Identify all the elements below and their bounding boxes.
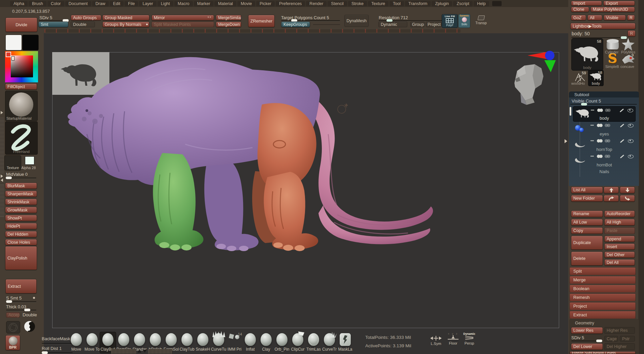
brush-scroll-grip-left[interactable] [111, 349, 136, 354]
extract-button[interactable]: Extract [5, 279, 37, 293]
subtool-down-button[interactable] [620, 187, 635, 193]
sdiv-slider[interactable] [39, 20, 69, 21]
paint-icon[interactable] [620, 139, 624, 143]
active-tool-thumbnail[interactable]: 58 body [571, 38, 603, 71]
color-picker[interactable] [5, 51, 38, 82]
mask-button[interactable]: ShowPt [5, 215, 37, 221]
visible-count-slider[interactable] [570, 104, 637, 105]
all-high-button[interactable]: All High [604, 219, 635, 226]
auto-groups-button[interactable]: Auto Groups [71, 15, 101, 21]
polypaint-toggle[interactable] [598, 155, 610, 158]
menu-item[interactable]: Transform [405, 1, 431, 6]
del-other-button[interactable]: Del Other [604, 251, 635, 258]
copy-button[interactable]: Copy [571, 227, 603, 234]
mask-button[interactable]: Del Hidden [5, 231, 37, 237]
subtool-row[interactable]: hornTop [573, 137, 636, 153]
goz-button[interactable]: GoZ [571, 15, 586, 21]
transp-button[interactable]: Transp [473, 14, 489, 27]
menu-item[interactable]: Texture [368, 1, 388, 6]
all-button[interactable]: All [587, 15, 602, 21]
clay-polish-button[interactable]: ClayPolish [5, 246, 37, 270]
brush[interactable]: CurveTu [211, 332, 227, 353]
material-ball-icon[interactable] [24, 321, 35, 332]
visibility-eye-icon[interactable] [628, 155, 634, 158]
solo-button[interactable]: Dynamic Solo [458, 14, 470, 28]
paste-button[interactable]: Paste [604, 227, 635, 234]
keep-groups-button[interactable]: KeepGroups [281, 22, 310, 27]
brush[interactable]: SnakeH [195, 332, 211, 353]
list-all-button[interactable]: List All [571, 187, 603, 193]
pstr-button[interactable]: Pstr [620, 336, 635, 342]
collapsed-tray[interactable] [44, 29, 461, 33]
menu-item[interactable]: Document [65, 1, 91, 6]
alpha-thumbnail[interactable] [25, 156, 34, 165]
menu-item[interactable]: Layer [139, 1, 156, 6]
brush-scroll-up-arrow[interactable] [137, 350, 141, 353]
merge-down-button[interactable]: MergeDown [216, 22, 241, 27]
left-divider-grip2[interactable] [0, 183, 4, 217]
polypaint-toggle[interactable] [598, 139, 610, 143]
lower-res-button[interactable]: Lower Res [571, 327, 603, 334]
subtool-row[interactable]: hornBot [573, 153, 636, 168]
persp-button[interactable]: Dynamic Persp [463, 332, 476, 351]
del-lower-button[interactable]: Del Lower [571, 343, 603, 350]
resolution-slider[interactable] [379, 20, 443, 21]
del-all-button[interactable]: Del All [604, 259, 635, 266]
export-button[interactable]: Export [603, 1, 635, 6]
menu-item[interactable]: Render [306, 1, 327, 6]
fill-object-button[interactable]: FillObject [5, 83, 37, 90]
menu-item[interactable]: Stroke [348, 1, 367, 6]
brush[interactable]: ClipCur [290, 332, 306, 353]
paint-icon[interactable] [620, 155, 624, 158]
recent-tool-body[interactable]: 58 body [588, 70, 604, 86]
cage-button[interactable]: Cage [604, 336, 618, 342]
import-button[interactable]: Import [571, 1, 602, 6]
brush-scroll-grip-right[interactable] [148, 349, 172, 354]
menu-item[interactable]: Marker [194, 1, 214, 6]
stroke-mode-icon[interactable] [6, 321, 20, 333]
polyframe-button[interactable]: Line Fill PolyF [442, 14, 458, 28]
higher-res-button[interactable]: Higher Res [604, 327, 635, 334]
make-polymesh3d-button[interactable]: Make PolyMesh3D [590, 7, 635, 12]
tool-cylinder-icon[interactable] [607, 39, 619, 50]
mask-button[interactable]: HidePt [5, 223, 37, 229]
menu-item[interactable]: Brush [29, 1, 46, 6]
menu-item[interactable]: Macro [174, 1, 193, 6]
menu-item[interactable]: Preferences [276, 1, 305, 6]
brush[interactable]: ClayTub [179, 332, 195, 353]
section-header[interactable]: Merge [570, 276, 636, 284]
project-button[interactable]: Project [426, 22, 441, 27]
brush[interactable]: 14 IMM Pri [227, 332, 242, 353]
duplicate-button[interactable]: Duplicate [571, 236, 603, 250]
append-button[interactable]: Append [604, 236, 635, 242]
new-folder-button[interactable]: New Folder [571, 195, 603, 202]
section-header[interactable]: Remesh [570, 293, 636, 301]
groups-by-normals-button[interactable]: Groups By Normals [102, 22, 149, 27]
freeze-subdivision-button[interactable]: Freeze SubDivision Levels [570, 351, 636, 354]
viewport[interactable] [44, 33, 568, 354]
menu-item[interactable]: Stencil [328, 1, 347, 6]
section-header[interactable]: Project [570, 302, 636, 310]
paint-icon[interactable] [620, 124, 624, 127]
brush[interactable]: Inflat [242, 332, 258, 353]
subtool-up-button[interactable] [604, 187, 619, 193]
menu-item[interactable]: Tool [389, 1, 404, 6]
mask-button[interactable]: GrowMask [5, 207, 37, 213]
clone-button[interactable]: Clone [571, 7, 589, 12]
thick-slider[interactable] [6, 310, 36, 311]
move-out-folder-button[interactable] [620, 195, 635, 202]
move-to-folder-button[interactable] [604, 195, 619, 202]
paint-icon[interactable] [620, 109, 624, 112]
mask-button[interactable]: Close Holes [5, 239, 37, 245]
section-header[interactable]: Extract [570, 311, 636, 319]
left-divider-grip[interactable] [0, 118, 4, 173]
section-header[interactable]: Split [570, 267, 636, 275]
menu-item[interactable]: Draw [92, 1, 109, 6]
zremesher-button[interactable]: ZRemesher [248, 15, 275, 27]
r-button-2[interactable]: R [628, 30, 636, 37]
sv-square[interactable] [11, 55, 33, 77]
stroke-thumbnail[interactable]: FreeHand [5, 121, 38, 155]
menu-item[interactable]: Edit [110, 1, 124, 6]
del-higher-button[interactable]: Del Higher [604, 343, 635, 350]
smt-button[interactable]: Smt [38, 22, 68, 27]
